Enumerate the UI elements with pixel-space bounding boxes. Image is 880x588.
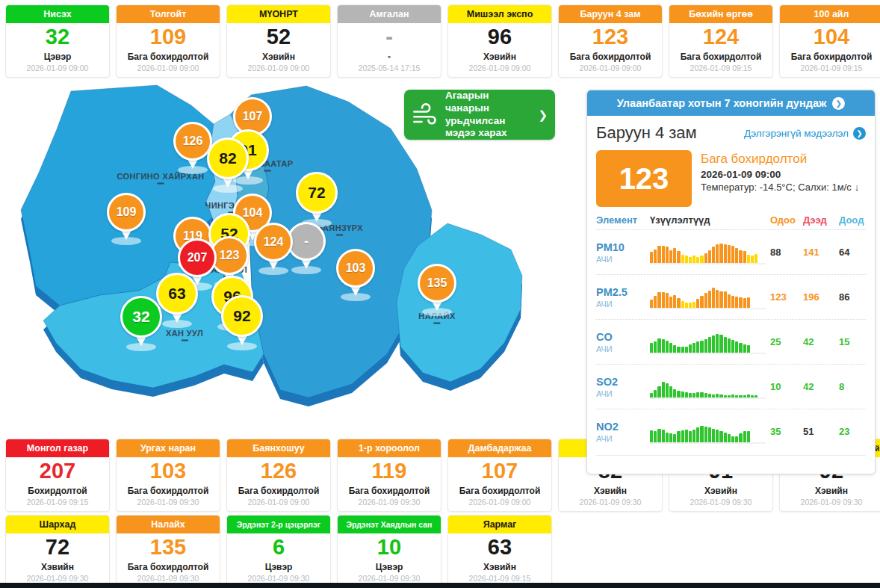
map-marker[interactable]: 109 (107, 193, 146, 245)
map-marker[interactable]: 103 (336, 249, 375, 301)
sparkline-bar (731, 340, 734, 353)
measurement-time: 2026-01-09 09:30 (117, 498, 220, 507)
sparkline-bar (700, 392, 703, 397)
aqi-status-text: Хэвийн (448, 562, 551, 572)
element-cell: PM2.5АЧИ (596, 286, 650, 309)
sparkline-bar (704, 427, 707, 442)
station-card[interactable]: Бөхийн өргөө124Бага бохирдолтой2026-01-0… (669, 4, 773, 78)
weekly-average-link[interactable]: Улаанбаатар хотын 7 хоногийн дундаж ❯ (587, 90, 875, 116)
map-marker[interactable]: 124 (254, 223, 293, 275)
station-card[interactable]: Яармаг63Хэвийн2026-01-09 09:15 (447, 515, 552, 588)
station-card[interactable]: Дамбадаржаа107Бага бохирдолтой2026-01-09… (447, 439, 552, 512)
element-row: PM2.5АЧИ12319686 (596, 274, 866, 319)
station-name: Толгойт (117, 5, 220, 23)
sparkline-bar (708, 427, 711, 442)
station-card[interactable]: 100 айл104Бага бохирдолтой2026-01-09 09:… (779, 4, 880, 78)
station-name: Мишээл экспо (448, 5, 551, 23)
sparkline-bar (685, 256, 688, 263)
element-unit: АЧИ (596, 344, 650, 353)
sparkline-bar-chart (650, 375, 766, 399)
element-name: PM10 (596, 241, 650, 253)
map-marker[interactable]: 63 (156, 273, 198, 328)
value-now: 25 (770, 336, 803, 347)
station-card[interactable]: Амгалан--2025-05-14 17:15 (337, 4, 441, 78)
sparkline-bar (739, 395, 742, 397)
station-name: Ургах наран (117, 439, 220, 457)
measurement-time: 2026-01-09 09:00 (6, 64, 109, 72)
sparkline-bar (681, 392, 684, 397)
sparkline-bar (712, 429, 715, 442)
aqi-status-text: Бага бохирдолтой (117, 562, 220, 572)
measurement-time: 2026-01-09 09:00 (117, 64, 220, 72)
sparkline-bar (724, 433, 727, 442)
measurement-time: 2026-01-09 09:15 (669, 64, 772, 72)
sparkline-bar (739, 250, 742, 263)
value-min: 86 (839, 291, 866, 303)
map-marker[interactable]: 92 (221, 295, 263, 350)
details-link[interactable]: Дэлгэрэнгүй мэдээлэл ❯ (744, 127, 866, 140)
sparkline-bar (673, 345, 676, 353)
sparkline-bar (751, 256, 754, 263)
column-min: Доод (839, 214, 866, 226)
station-card[interactable]: Эрдэнэт Хаядлын сан10Цэвэр2026-01-09 09:… (337, 515, 441, 588)
map-marker[interactable]: 135 (418, 264, 456, 316)
station-card[interactable]: Шархад72Хэвийн2026-01-09 09:30 (5, 515, 110, 588)
aqi-status-text: Бага бохирдолтой (227, 486, 330, 496)
map-marker[interactable]: 32 (120, 296, 162, 351)
sparkline-bar (728, 395, 731, 397)
element-cell: COАЧИ (596, 331, 650, 353)
station-card[interactable]: Мишээл экспо96Хэвийн2026-01-09 09:00 (447, 4, 552, 78)
station-card[interactable]: Баруун 4 зам123Бага бохирдолтой2026-01-0… (558, 4, 663, 78)
aqi-status-text: Цэвэр (6, 52, 109, 62)
sparkline-bar (666, 341, 669, 353)
sparkline-bar (696, 257, 699, 263)
station-card[interactable]: Нисэх32Цэвэр2026-01-09 09:00 (5, 4, 110, 78)
sparkline-bar (731, 296, 734, 308)
sparkline-bar (685, 303, 688, 308)
sparkline-bar (739, 343, 742, 353)
sparkline-bar (700, 256, 703, 263)
aqi-value: - (338, 25, 441, 48)
wind-direction-icon: ↓ (855, 182, 860, 193)
sparkline-bar (716, 290, 719, 308)
station-card[interactable]: МҮОНРТ52Хэвийн2026-01-09 09:00 (226, 4, 331, 78)
aqi-status-text: Бага бохирдолтой (559, 52, 662, 62)
sparkline-bar (724, 244, 727, 263)
sparkline-bar (685, 347, 688, 353)
sparkline-bar (728, 338, 731, 353)
sparkline-bar (716, 430, 719, 442)
map-marker[interactable]: 72 (296, 172, 338, 227)
station-card[interactable]: Монгол газар207Бохирдолтой2026-01-09 09:… (5, 439, 110, 512)
value-min: 64 (839, 247, 866, 258)
sparkline-bar (662, 246, 665, 263)
measurement-time: 2025-05-14 17:15 (338, 64, 441, 72)
sparkline-bar (666, 383, 669, 397)
aqi-status-text: Бохирдолтой (6, 486, 109, 496)
details-link-label: Дэлгэрэнгүй мэдээлэл (744, 128, 849, 139)
sparkline-bar (654, 390, 657, 397)
value-max: 51 (803, 426, 839, 437)
sparkline-bar (666, 247, 669, 263)
sparkline-bar (728, 434, 731, 442)
station-card[interactable]: Эрдэнэт 2-р цэцэрлэг6Цэвэр2026-01-09 09:… (226, 515, 331, 588)
sparkline-bar (677, 391, 680, 397)
aqi-value: 10 (338, 536, 441, 558)
station-card[interactable]: Баянхошуу126Бага бохирдолтой2026-01-09 0… (226, 439, 331, 512)
sparkline-bar (747, 345, 750, 353)
station-card[interactable]: Налайх135Бага бохирдолтой2026-01-09 09:3… (116, 515, 220, 588)
district-label-dash (181, 340, 188, 341)
sparkline-bar (692, 343, 695, 353)
map-marker[interactable]: 82 (207, 137, 249, 193)
station-card[interactable]: Толгойт109Бага бохирдолтой2026-01-09 09:… (116, 4, 220, 78)
forecast-button[interactable]: Агаарын чанарын урьдчилсан мэдээ харах ❯ (404, 90, 555, 140)
aqi-value: 207 (6, 459, 109, 482)
sparkline-bar (677, 251, 680, 263)
station-card[interactable]: Ургах наран103Бага бохирдолтой2026-01-09… (116, 439, 220, 512)
sparkline-bar (650, 343, 653, 353)
sparkline-bar (700, 426, 703, 442)
station-card[interactable]: 1-р хороолол119Бага бохирдолтой2026-01-0… (337, 439, 441, 512)
measurement-time: 2026-01-09 09:00 (448, 498, 551, 507)
aqi-status-text: Хэвийн (559, 486, 662, 496)
sparkline-bar (657, 429, 660, 442)
aqi-status-text: Бага бохирдолтой (117, 486, 220, 496)
